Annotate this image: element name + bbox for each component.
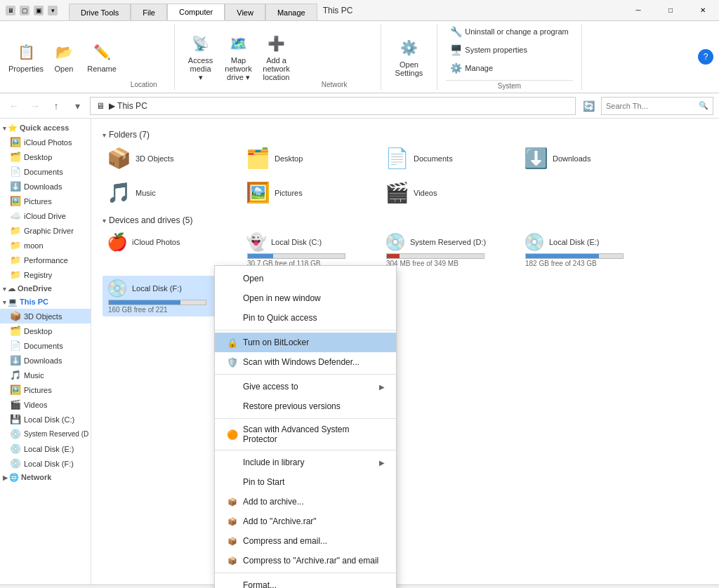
graphic-driver-icon: 📁 xyxy=(10,225,21,236)
sidebar-item-pictures[interactable]: 🖼️Pictures xyxy=(0,194,91,208)
folder-3d-objects[interactable]: 📦 3D Objects xyxy=(103,144,236,173)
folder-music[interactable]: 🎵 Music xyxy=(103,178,236,207)
tab-computer[interactable]: Computer xyxy=(167,4,225,20)
drive-f-icon: 💿 xyxy=(107,279,128,298)
search-input[interactable] xyxy=(606,102,699,110)
sidebar-section-onedrive[interactable]: ▾ ☁ OneDrive xyxy=(0,282,91,295)
tab-drive-tools[interactable]: Drive Tools xyxy=(69,4,131,20)
sidebar-section-network[interactable]: ▶ 🌐 Network xyxy=(0,471,91,484)
help-button[interactable]: ? xyxy=(698,49,713,65)
sidebar-section-quick-access[interactable]: ▾ ⭐ Quick access xyxy=(0,121,91,135)
add-network-location-button[interactable]: ➕ Add a networklocation xyxy=(259,29,294,84)
sidebar-item-graphic-driver[interactable]: 📁Graphic Driver xyxy=(0,223,91,238)
sidebar-item-documents2[interactable]: 📄Documents xyxy=(0,338,91,353)
drive-system-reserved-d[interactable]: 💿 System Reserved (D:) 304 MB free of 34… xyxy=(381,229,514,270)
quick-access-icon1: ▢ xyxy=(20,6,29,15)
ctx-open[interactable]: Open xyxy=(215,269,396,288)
ctx-add-archive-rar[interactable]: 📦 Add to "Archive.rar" xyxy=(215,512,396,531)
open-button[interactable]: 📂 Open xyxy=(46,38,81,76)
close-button[interactable]: ✕ xyxy=(687,0,719,21)
sidebar-section-this-pc[interactable]: ▾ 💻 This PC xyxy=(0,295,91,309)
network-label: 🌐 Network xyxy=(9,473,51,482)
sidebar-item-local-disk-e[interactable]: 💿Local Disk (E:) xyxy=(0,441,91,456)
sidebar-item-documents[interactable]: 📄Documents xyxy=(0,164,91,179)
folder-documents[interactable]: 📄 Documents xyxy=(381,144,514,173)
ctx-scan-advanced-protector[interactable]: 🟠 Scan with Advanced System Protector xyxy=(215,421,396,448)
ctx-turn-on-bitlocker[interactable]: 🔒 Turn on BitLocker xyxy=(215,333,396,352)
folder-pictures[interactable]: 🖼️ Pictures xyxy=(242,178,375,207)
sidebar-item-desktop[interactable]: 🗂️Desktop xyxy=(0,149,91,164)
manage-button[interactable]: ⚙️ Manage xyxy=(446,60,497,76)
sidebar-item-local-disk-c[interactable]: 💾Local Disk (C:) xyxy=(0,412,91,427)
sidebar-item-label: Documents xyxy=(24,168,63,176)
ctx-include-library[interactable]: Include in library ▶ xyxy=(215,453,396,472)
sidebar-item-moon[interactable]: 📁moon xyxy=(0,238,91,253)
ctx-compress-archive-email[interactable]: 📦 Compress to "Archive.rar" and email xyxy=(215,551,396,570)
ctx-compress-email[interactable]: 📦 Compress and email... xyxy=(215,531,396,551)
breadcrumb-text: ▶ This PC xyxy=(109,101,147,111)
sidebar-item-system-reserved-d[interactable]: 💿System Reserved (D xyxy=(0,427,91,441)
recent-button[interactable]: ▾ xyxy=(69,98,86,114)
3d-objects-icon: 📦 xyxy=(10,311,21,321)
sidebar-item-music[interactable]: 🎵Music xyxy=(0,368,91,382)
minimize-button[interactable]: ─ xyxy=(622,0,654,21)
sidebar-item-pictures2[interactable]: 🖼️Pictures xyxy=(0,382,91,397)
ctx-pin-start[interactable]: Pin to Start xyxy=(215,472,396,492)
sidebar-item-local-disk-f[interactable]: 💿Local Disk (F:) xyxy=(0,456,91,471)
folder-desktop[interactable]: 🗂️ Desktop xyxy=(242,144,375,173)
quick-access-expand: ▾ xyxy=(3,125,6,132)
sidebar-item-icloud-drive[interactable]: ☁️iCloud Drive xyxy=(0,208,91,223)
sidebar-item-label: Pictures xyxy=(24,386,52,394)
drive-icloud-photos[interactable]: 🍎 iCloud Photos xyxy=(103,229,236,270)
ctx-open-new-window[interactable]: Open in new window xyxy=(215,288,396,308)
onedrive-expand: ▾ xyxy=(3,286,6,293)
drive-f-info: 160 GB free of 221 xyxy=(108,306,232,314)
ctx-give-access[interactable]: Give access to ▶ xyxy=(215,377,396,396)
folders-expand-arrow[interactable]: ▾ xyxy=(103,131,106,139)
ctx-format[interactable]: Format... xyxy=(215,575,396,588)
address-path[interactable]: 🖥 ▶ This PC xyxy=(90,97,576,115)
network-group-label: Network xyxy=(297,81,372,90)
properties-button[interactable]: 📋 Properties xyxy=(8,38,44,76)
quick-access-dropdown[interactable]: ▾ xyxy=(48,6,58,15)
ctx-pin-quick-access[interactable]: Pin to Quick access xyxy=(215,308,396,328)
sidebar-item-registry[interactable]: 📁Registry xyxy=(0,267,91,282)
system-properties-button[interactable]: 🖥️ System properties xyxy=(446,42,532,58)
tab-view[interactable]: View xyxy=(225,4,265,20)
back-button[interactable]: ← xyxy=(6,98,22,114)
sidebar-item-3d-objects[interactable]: 📦3D Objects xyxy=(0,309,91,323)
search-box[interactable]: 🔍 xyxy=(601,97,713,115)
sidebar-item-performance[interactable]: 📁Performance xyxy=(0,253,91,267)
uninstall-program-button[interactable]: 🔧 Uninstall or change a program xyxy=(446,24,572,39)
maximize-button[interactable]: □ xyxy=(654,0,687,21)
map-network-drive-button[interactable]: 🗺️ Map networkdrive ▾ xyxy=(221,29,256,85)
sidebar-item-desktop2[interactable]: 🗂️Desktop xyxy=(0,323,91,338)
folder-label: Music xyxy=(136,189,156,197)
ctx-restore-label: Restore previous versions xyxy=(243,401,385,411)
tab-manage[interactable]: Manage xyxy=(265,4,317,20)
refresh-button[interactable]: 🔄 xyxy=(580,98,597,114)
ctx-restore-versions[interactable]: Restore previous versions xyxy=(215,396,396,416)
ctx-add-archive[interactable]: 📦 Add to archive... xyxy=(215,492,396,512)
forward-button[interactable]: → xyxy=(27,98,44,114)
sidebar-item-icloud-photos[interactable]: 🖼️iCloud Photos xyxy=(0,135,91,149)
folder-videos[interactable]: 🎬 Videos xyxy=(381,178,514,207)
open-settings-button[interactable]: ⚙️ OpenSettings xyxy=(390,34,429,80)
sidebar-item-label: Pictures xyxy=(24,197,52,206)
ctx-scan-defender[interactable]: 🛡️ Scan with Windows Defender... xyxy=(215,352,396,372)
rename-button[interactable]: ✏️ Rename xyxy=(84,38,119,76)
tab-file[interactable]: File xyxy=(131,4,167,20)
drive-local-disk-c[interactable]: 👻 Local Disk (C:) 30.7 GB free of 118 GB xyxy=(242,229,375,270)
drive-local-disk-e[interactable]: 💿 Local Disk (E:) 182 GB free of 243 GB xyxy=(520,229,653,270)
sidebar-item-downloads2[interactable]: ⬇️Downloads xyxy=(0,353,91,368)
sidebar-item-downloads[interactable]: ⬇️Downloads xyxy=(0,179,91,194)
drives-expand-arrow[interactable]: ▾ xyxy=(103,217,106,225)
folder-label: 3D Objects xyxy=(136,154,173,163)
sidebar-item-videos[interactable]: 🎬Videos xyxy=(0,397,91,412)
folder-downloads[interactable]: ⬇️ Downloads xyxy=(520,144,653,173)
up-button[interactable]: ↑ xyxy=(48,98,65,114)
access-media-button[interactable]: 📡 Accessmedia ▾ xyxy=(183,29,218,85)
uninstall-icon: 🔧 xyxy=(450,26,462,37)
ctx-format-icon xyxy=(226,579,239,588)
properties-label: Properties xyxy=(8,65,44,73)
